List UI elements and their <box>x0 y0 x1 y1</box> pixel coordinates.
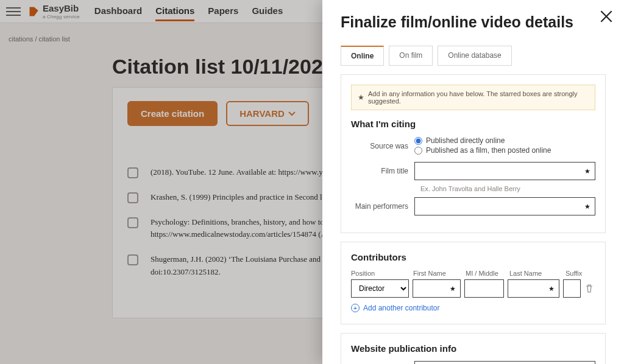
tab-online-database[interactable]: Online database <box>438 46 511 66</box>
section-heading: What I'm citing <box>351 119 595 129</box>
site-title-input[interactable] <box>414 361 595 365</box>
star-icon: ★ <box>358 93 364 102</box>
section-heading: Website publication info <box>351 343 595 354</box>
col-middle: MI / Middle <box>466 270 506 277</box>
section-heading: Contributors <box>351 252 595 262</box>
source-tabs: Online On film Online database <box>341 46 606 66</box>
tab-on-film[interactable]: On film <box>389 46 433 66</box>
section-contributors: Contributors Position First Name MI / Mi… <box>341 242 606 324</box>
col-last-name: Last Name <box>509 270 562 277</box>
position-select[interactable]: Director <box>351 279 409 298</box>
suffix-input[interactable] <box>563 279 581 298</box>
section-what-citing: ★ Add in any information you have below.… <box>341 74 606 233</box>
detail-panel: Finalize film/online video details Onlin… <box>322 0 624 364</box>
col-suffix: Suffix <box>566 270 584 277</box>
panel-scroll[interactable]: Online On film Online database ★ Add in … <box>322 46 624 364</box>
col-position: Position <box>351 270 410 277</box>
panel-title: Finalize film/online video details <box>341 13 606 31</box>
hint-text: Add in any information you have below. T… <box>368 90 589 105</box>
first-name-input[interactable] <box>413 279 461 298</box>
contributor-row: Director <box>351 279 595 298</box>
tab-online[interactable]: Online <box>341 46 384 66</box>
hint-box: ★ Add in any information you have below.… <box>351 85 595 110</box>
middle-input[interactable] <box>464 279 504 298</box>
film-title-input[interactable] <box>414 162 595 180</box>
add-contributor-label: Add another contributor <box>363 304 439 312</box>
radio-published-online[interactable] <box>414 137 422 145</box>
trash-icon[interactable] <box>584 284 595 293</box>
close-icon[interactable] <box>598 9 614 24</box>
col-first-name: First Name <box>413 270 462 277</box>
radio-film-then-online[interactable] <box>414 147 422 155</box>
radio-label: Published as a film, then posted online <box>426 146 551 155</box>
source-was-label: Source was <box>351 142 414 150</box>
film-title-label: Film title <box>351 167 414 175</box>
performers-hint: Ex. John Travolta and Halle Berry <box>420 185 595 192</box>
last-name-input[interactable] <box>508 279 559 298</box>
main-performers-label: Main performers <box>351 202 414 211</box>
main-performers-input[interactable] <box>414 197 595 215</box>
plus-icon: + <box>351 304 360 312</box>
section-website-pub: Website publication info Site / Film tit… <box>341 333 606 365</box>
radio-label: Published directly online <box>426 136 505 145</box>
add-contributor-link[interactable]: + Add another contributor <box>351 304 439 312</box>
